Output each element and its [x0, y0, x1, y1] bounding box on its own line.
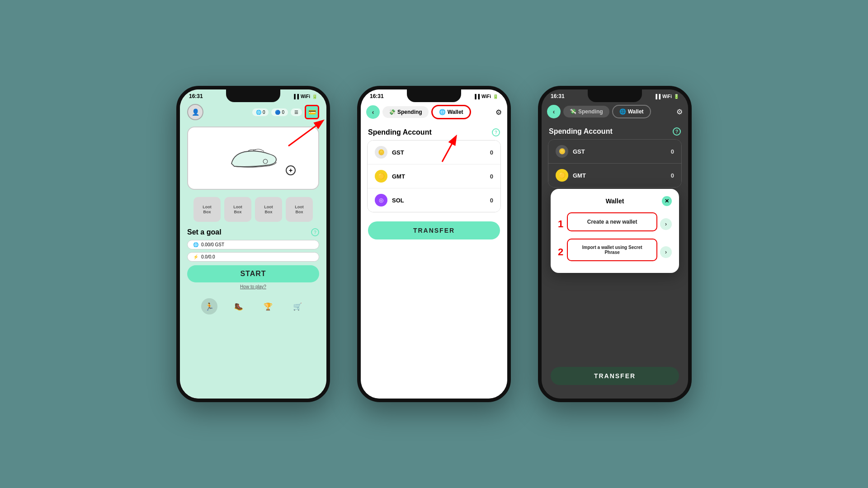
option2-number: 2: [558, 246, 563, 258]
coin-row-gmt-dark: 🟡 GMT 0: [548, 164, 681, 187]
gmt-name-dark: GMT: [573, 172, 671, 179]
start-button[interactable]: START: [187, 265, 319, 282]
phone-3: 16:31 🏆 MarginATM ▐▐ WiFi 🔋 ‹ 💸 Spending: [538, 86, 692, 402]
help-icon-3[interactable]: ?: [673, 127, 681, 136]
gst-icon: 🪙: [375, 146, 387, 159]
bottom-nav: 🏃 🥾 🏆 🛒: [187, 295, 319, 318]
loot-box-2[interactable]: LootBox: [224, 197, 251, 222]
gst-goal-input[interactable]: 🌐 0.00/0 GST: [187, 240, 319, 249]
coin-list-2: 🪙 GST 0 🟡 GMT 0 ◎ SOL 0: [367, 140, 501, 212]
loot-box-4[interactable]: LootBox: [286, 197, 313, 222]
spending-account-title-2: Spending Account ?: [361, 123, 507, 140]
nav-cart[interactable]: 🛒: [289, 298, 306, 314]
option2-chevron: ›: [660, 246, 672, 258]
tab-wallet-2[interactable]: 🌐 Wallet: [431, 105, 471, 119]
status-icons-2: ▐▐ WiFi 🔋: [473, 94, 498, 99]
import-wallet-row: 2 Import a wallet using Secret Phrase ›: [558, 239, 672, 266]
transfer-button-3[interactable]: TRANSFER: [551, 367, 679, 385]
sol-name: SOL: [392, 197, 490, 204]
header-icons: 🌐 0 🔵 0 ☰ 💳: [252, 105, 319, 119]
back-button-2[interactable]: ‹: [366, 105, 380, 119]
coin-row-gst-dark: 🪙 GST 0: [548, 140, 681, 164]
settings-button-2[interactable]: ⚙: [495, 108, 502, 117]
import-wallet-button[interactable]: Import a wallet using Secret Phrase: [567, 239, 657, 261]
sneaker-area: +: [187, 127, 319, 190]
status-icons-3: ▐▐ WiFi 🔋: [654, 94, 679, 99]
back-button-3[interactable]: ‹: [547, 105, 561, 118]
sol-balance: 0: [490, 197, 493, 204]
loot-box-1[interactable]: LootBox: [193, 197, 221, 222]
gst-name-dark: GST: [573, 148, 671, 155]
goal-title: Set a goal ?: [187, 228, 319, 236]
modal-close-button[interactable]: ✕: [662, 196, 672, 206]
goal-section: Set a goal ? 🌐 0.00/0 GST ⚡ 0.0/0.0 STAR…: [180, 225, 326, 292]
balance-sol: 🔵 0: [271, 108, 288, 116]
phone-notch: [226, 89, 280, 102]
create-wallet-row: 1 Create a new wallet ›: [558, 212, 672, 236]
nav-run[interactable]: 🏃: [201, 298, 217, 314]
spending-account-title-3: Spending Account ?: [542, 122, 688, 139]
modal-header: Wallet ✕: [558, 196, 672, 206]
gst-balance-dark: 0: [671, 148, 674, 155]
coin-row-gst: 🪙 GST 0: [368, 141, 500, 164]
help-icon-2[interactable]: ?: [492, 128, 500, 136]
tab-spending-3[interactable]: 💸 Spending: [563, 106, 609, 117]
distance-goal-input[interactable]: ⚡ 0.0/0.0: [187, 252, 319, 262]
how-to-play-link[interactable]: How to play?: [187, 284, 319, 289]
loot-box-3[interactable]: LootBox: [255, 197, 282, 222]
option1-chevron: ›: [660, 218, 672, 230]
tab-spending-2[interactable]: 💸 Spending: [382, 106, 429, 118]
tab-bar-2: ‹ 💸 Spending 🌐 Wallet ⚙: [361, 101, 507, 123]
coin-row-gmt: 🟡 GMT 0: [368, 164, 500, 188]
transfer-button-2[interactable]: TRANSFER: [368, 221, 500, 239]
nav-trophy[interactable]: 🏆: [260, 298, 276, 314]
phone-2: 16:31 🏆 MarginATM ▐▐ WiFi 🔋 ‹ 💸 Spending: [357, 86, 511, 402]
time-3: 16:31: [551, 93, 565, 99]
gmt-name: GMT: [392, 173, 490, 180]
time-1: 16:31: [189, 93, 203, 99]
gst-name: GST: [392, 149, 490, 156]
balance-gst: 🌐 0: [252, 108, 269, 116]
avatar[interactable]: 👤: [187, 104, 203, 120]
gmt-icon: 🟡: [375, 170, 387, 183]
wallet-modal: Wallet ✕ 1 Create a new wallet › 2 Impor…: [551, 189, 679, 273]
phone1-header: 👤 🌐 0 🔵 0 ☰ 💳: [180, 101, 326, 123]
sneaker-image: [226, 140, 280, 176]
coin-list-3: 🪙 GST 0 🟡 GMT 0: [548, 139, 682, 188]
gst-balance: 0: [490, 149, 493, 156]
gmt-icon-dark: 🟡: [556, 169, 568, 182]
nav-shoe[interactable]: 🥾: [231, 298, 247, 314]
loot-boxes: LootBox LootBox LootBox LootBox: [180, 193, 326, 225]
create-wallet-button[interactable]: Create a new wallet: [567, 212, 657, 231]
phone-notch-2: [407, 89, 461, 102]
gst-icon-dark: 🪙: [556, 145, 568, 158]
time-2: 16:31: [370, 93, 384, 99]
coin-row-sol: ◎ SOL 0: [368, 188, 500, 212]
status-icons-1: ▐▐ WiFi 🔋: [292, 94, 317, 99]
menu-btn[interactable]: ☰: [291, 108, 302, 116]
wallet-icon-button[interactable]: 💳: [305, 105, 319, 119]
tab-wallet-3[interactable]: 🌐 Wallet: [612, 105, 651, 118]
gmt-balance: 0: [490, 173, 493, 180]
phone-notch-3: [588, 89, 642, 102]
plus-icon[interactable]: +: [286, 165, 296, 175]
option1-number: 1: [558, 218, 563, 230]
sol-icon: ◎: [375, 194, 387, 206]
modal-title: Wallet: [568, 197, 662, 205]
tab-bar-3: ‹ 💸 Spending 🌐 Wallet ⚙: [542, 101, 688, 122]
phone-1: 16:31 🏆 MarginATM ▐▐ WiFi 🔋 👤 🌐 0: [176, 86, 330, 402]
help-icon[interactable]: ?: [311, 228, 319, 236]
settings-button-3[interactable]: ⚙: [676, 108, 683, 116]
gmt-balance-dark: 0: [671, 172, 674, 179]
